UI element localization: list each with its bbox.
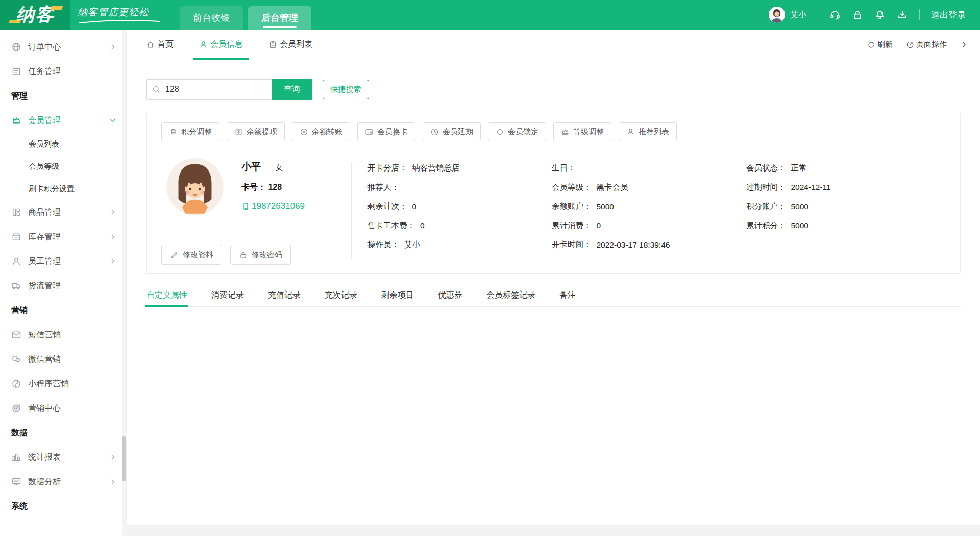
chevron-right-icon [109,454,116,461]
member-panel: 积分调整 余额提现 余额转账 会员换卡 会员延期 会员锁定 [146,113,961,274]
sidebar-item-order-center[interactable]: 订单中心 [0,35,126,59]
search-input[interactable] [146,79,272,100]
member-profile: 小平 女 卡号： 128 19872631069 [161,158,946,265]
main-content: 查询 快捷搜索 积分调整 余额提现 余额转账 会员换卡 会员延期 [127,60,980,525]
header-nav: 前台收银 后台管理 [180,0,311,30]
field-label: 剩余计次： [368,201,407,212]
chevron-right-icon [109,478,116,485]
sidebar-item-data-analysis[interactable]: 数据分析 [0,470,126,494]
sidebar-item-task-manage[interactable]: 任务管理 [0,59,126,84]
detail-row: 开卡分店：纳客营销总店 [368,159,552,178]
sidebar-item-logistics-manage[interactable]: 货流管理 [0,274,126,298]
breadcrumb-label: 会员列表 [280,39,312,50]
crown-icon [11,115,21,126]
sidebar-section-system: 系统 [0,494,126,519]
tab-remaining-items[interactable]: 剩余项目 [381,284,414,306]
member-lock-button[interactable]: 会员锁定 [488,122,546,141]
tab-label: 会员标签记录 [486,290,535,301]
tab-consumption-records[interactable]: 消费记录 [211,284,244,306]
member-extend-button[interactable]: 会员延期 [423,122,481,141]
sidebar-item-label: 订单中心 [28,42,61,53]
field-value: 黑卡会员 [597,182,628,193]
sidebar-item-miniprogram-marketing[interactable]: 小程序营销 [0,372,126,396]
sidebar-item-label: 微信营销 [28,354,61,365]
breadcrumb-member-info[interactable]: 会员信息 [199,30,243,60]
refresh-button[interactable]: 刷新 [867,40,893,50]
field-value: 5000 [791,202,808,211]
tab-count-recharge-records[interactable]: 充次记录 [325,284,357,306]
query-button[interactable]: 查询 [272,79,312,100]
miniprogram-icon [11,379,21,389]
tab-recharge-records[interactable]: 充值记录 [268,284,301,306]
field-value: 0 [597,221,601,230]
sidebar-item-reports[interactable]: 统计报表 [0,445,126,470]
field-label: 推荐人： [368,182,399,193]
chevron-right-icon [109,233,116,240]
search-input-wrap [146,79,272,100]
tab-custom-attributes[interactable]: 自定义属性 [146,284,187,306]
tab-label: 消费记录 [211,290,244,301]
divider [919,9,920,20]
sidebar-item-wechat-marketing[interactable]: 微信营销 [0,347,126,372]
nav-tab-backoffice[interactable]: 后台管理 [248,6,311,30]
sidebar-item-marketing-center[interactable]: 营销中心 [0,396,126,421]
sidebar-section-data: 数据 [0,421,126,445]
button-label: 等级调整 [573,127,604,137]
sidebar-item-goods-manage[interactable]: 商品管理 [0,200,126,225]
level-adjust-button[interactable]: 等级调整 [553,122,611,141]
detail-row: 过期时间：2024-12-11 [746,178,946,198]
clock-icon [430,128,439,136]
tab-member-tag-records[interactable]: 会员标签记录 [486,284,535,306]
chevron-right-icon[interactable] [960,41,968,48]
nav-tab-front-label: 前台收银 [193,12,230,24]
balance-withdraw-button[interactable]: 余额提现 [227,122,285,141]
tab-label: 优惠券 [438,290,462,301]
chevron-right-icon [109,258,116,265]
header-user-area: 艾小 退出登录 [769,0,980,30]
button-label: 余额转账 [312,127,342,137]
logout-button[interactable]: 退出登录 [931,9,966,21]
sidebar-scrollbar-thumb[interactable] [122,436,126,481]
quick-search-button[interactable]: 快捷搜索 [323,80,369,99]
tab-label: 充次记录 [325,290,357,301]
sidebar-subitem-member-level[interactable]: 会员等级 [0,155,126,178]
balance-transfer-button[interactable]: 余额转账 [292,122,350,141]
user-name: 艾小 [790,10,806,20]
tab-label: 剩余项目 [381,290,414,301]
logo-accent [8,20,21,23]
detail-row: 累计积分：5000 [746,216,946,236]
sidebar-item-staff-manage[interactable]: 员工管理 [0,249,126,274]
detail-row: 生日： [552,159,746,178]
sidebar-subitem-member-list[interactable]: 会员列表 [0,133,126,155]
breadcrumb-member-list[interactable]: 会员列表 [268,30,312,60]
customer-service-icon[interactable] [829,9,841,20]
edit-profile-button[interactable]: 修改资料 [161,245,222,265]
phone-line[interactable]: 19872631069 [241,201,305,211]
change-card-button[interactable]: 会员换卡 [357,122,415,141]
member-avatar [166,158,224,215]
card-line: 卡号： 128 [241,182,305,193]
nav-tab-front-cashier[interactable]: 前台收银 [180,6,243,30]
detail-column-1: 开卡分店：纳客营销总店 推荐人： 剩余计次：0 售卡工本费：0 操作员：艾小 [352,159,552,265]
member-name: 小平 [241,160,261,174]
sidebar-scrollbar-track[interactable] [122,30,126,536]
edit-password-button[interactable]: 修改密码 [230,245,291,265]
user-avatar[interactable] [769,7,785,23]
notification-bell-icon[interactable] [874,9,886,20]
button-label: 修改密码 [252,250,282,260]
points-adjust-button[interactable]: 积分调整 [161,122,219,141]
page-operations-button[interactable]: 页面操作 [906,40,947,50]
sidebar-item-sms-marketing[interactable]: 短信营销 [0,323,126,347]
field-value: 2022-03-17 18:39:46 [597,240,670,250]
referral-list-button[interactable]: 推荐列表 [619,122,677,141]
chevron-down-icon [109,117,116,124]
download-icon[interactable] [897,9,908,20]
tab-coupons[interactable]: 优惠券 [438,284,462,306]
tab-remarks[interactable]: 备注 [559,284,576,306]
sidebar-subitem-card-points[interactable]: 刷卡积分设置 [0,178,126,200]
breadcrumb-label: 首页 [157,39,174,50]
sidebar-item-member-manage[interactable]: 会员管理 [0,108,126,133]
sidebar-item-inventory-manage[interactable]: 库存管理 [0,225,126,249]
lock-screen-icon[interactable] [852,9,863,20]
breadcrumb-home[interactable]: 首页 [146,30,174,60]
